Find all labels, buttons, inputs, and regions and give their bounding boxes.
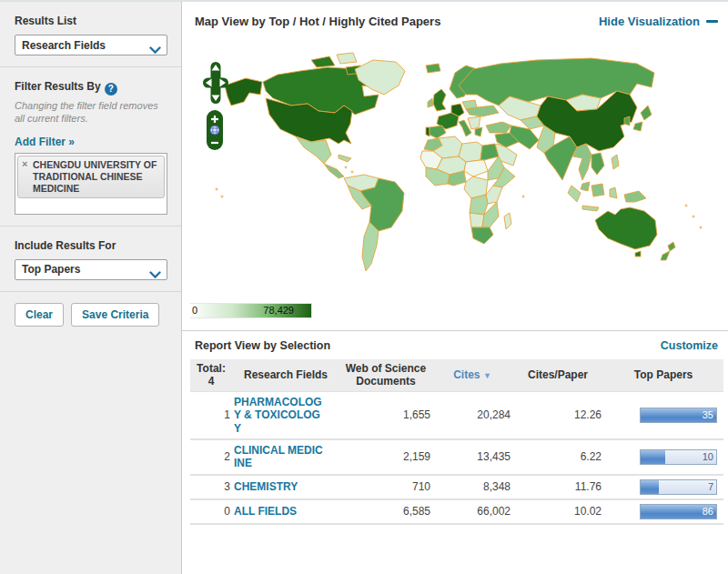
world-map-visualization: [182, 40, 728, 297]
table-row: 0 ALL FIELDS 6,585 66,002 10.02 86: [190, 499, 723, 524]
total-header: Total: 4: [190, 359, 232, 391]
world-map[interactable]: [209, 42, 714, 278]
top-papers-bar: 86: [640, 504, 717, 519]
top-papers-value: 86: [703, 506, 713, 517]
row-rank: 0: [190, 499, 232, 524]
filter-chip-label: CHENGDU UNIVERSITY OF TRADITIONAL CHINES…: [33, 159, 159, 195]
criteria-buttons: Clear Save Criteria: [0, 292, 181, 337]
top-papers-bar: 10: [640, 449, 717, 465]
map-country-australia: [595, 207, 657, 249]
table-row: 1 PHARMACOLOGY & TOXICOLOGY 1,655 20,284…: [190, 391, 723, 439]
column-top-papers: Top Papers: [603, 359, 723, 391]
results-list-dropdown[interactable]: Research Fields: [15, 35, 167, 55]
visualization-panel: Map View by Top / Hot / Highly Cited Pap…: [182, 2, 728, 574]
map-country-south-africa: [471, 227, 493, 244]
filter-sidebar: Results List Research Fields Filter Resu…: [0, 2, 182, 574]
cites-per-paper-value: 12.26: [512, 391, 603, 439]
cites-per-paper-value: 6.22: [512, 439, 603, 475]
clear-button[interactable]: Clear: [15, 303, 64, 327]
top-papers-value: 35: [703, 409, 713, 420]
map-country-japan: [641, 106, 652, 120]
research-field-link[interactable]: CLINICAL MEDICINE: [234, 444, 325, 470]
documents-value: 710: [339, 475, 432, 499]
active-filters-listbox: × CHENGDU UNIVERSITY OF TRADITIONAL CHIN…: [15, 153, 167, 215]
filter-note: Changing the filter field removes all cu…: [15, 99, 167, 126]
cites-value: 66,002: [432, 499, 512, 524]
filter-chip[interactable]: × CHENGDU UNIVERSITY OF TRADITIONAL CHIN…: [17, 156, 165, 198]
include-results-value: Top Papers: [15, 263, 80, 276]
map-view-title: Map View by Top / Hot / Highly Cited Pap…: [195, 15, 440, 28]
research-field-link[interactable]: CHEMISTRY: [234, 480, 325, 493]
globe-icon: [210, 126, 219, 135]
table-row: 3 CHEMISTRY 710 8,348 11.76 7: [190, 475, 723, 499]
top-papers-bar: 7: [640, 479, 717, 495]
column-cites-per-paper: Cites/Paper: [512, 359, 603, 391]
chevron-down-icon: [149, 42, 161, 58]
customize-link[interactable]: Customize: [661, 339, 718, 352]
filter-by-label: Filter Results By?: [15, 80, 167, 96]
include-results-label: Include Results For: [15, 239, 167, 252]
legend-min-value: 0: [192, 305, 197, 316]
table-row: 2 CLINICAL MEDICINE 2,159 13,435 6.22 10: [190, 439, 723, 475]
cites-per-paper-value: 11.76: [512, 475, 603, 499]
remove-filter-icon[interactable]: ×: [22, 158, 27, 169]
documents-value: 2,159: [339, 439, 432, 475]
top-papers-value: 7: [708, 481, 713, 492]
hide-visualization-link[interactable]: Hide Visualization: [599, 15, 718, 28]
filter-results-section: Filter Results By? Changing the filter f…: [0, 67, 181, 226]
map-country-iran: [510, 126, 539, 149]
include-results-section: Include Results For Top Papers: [0, 227, 181, 291]
map-country-spain: [430, 126, 446, 138]
research-field-link[interactable]: ALL FIELDS: [234, 505, 325, 518]
top-papers-value: 10: [703, 451, 713, 462]
map-country-new-zealand: [668, 242, 675, 251]
report-view-header: Report View by Selection Customize: [182, 330, 728, 359]
report-table: Total: 4 Research Fields Web of Science …: [190, 359, 723, 525]
map-country-uk: [433, 89, 446, 111]
column-wos-documents: Web of Science Documents: [339, 359, 432, 391]
report-view-title: Report View by Selection: [195, 339, 330, 352]
save-criteria-button[interactable]: Save Criteria: [71, 303, 159, 327]
minus-icon: [706, 20, 718, 23]
cites-per-paper-value: 10.02: [512, 499, 603, 524]
row-rank: 2: [190, 439, 232, 475]
top-papers-bar: 35: [640, 408, 717, 423]
documents-value: 1,655: [339, 391, 432, 439]
map-view-header: Map View by Top / Hot / Highly Cited Pap…: [182, 2, 728, 40]
cites-value: 8,348: [432, 475, 512, 499]
row-rank: 1: [190, 391, 232, 439]
cites-sort-link[interactable]: Cites ▼: [453, 368, 491, 381]
map-zoom-control[interactable]: [207, 110, 223, 154]
documents-value: 6,585: [339, 499, 432, 524]
chevron-down-icon: [149, 267, 161, 283]
include-results-dropdown[interactable]: Top Papers: [15, 259, 167, 280]
row-rank: 3: [190, 475, 232, 499]
map-country-egypt: [480, 144, 499, 160]
column-cites: Cites ▼: [432, 359, 512, 391]
column-research-fields: Research Fields: [232, 359, 339, 391]
cites-value: 13,435: [432, 439, 512, 475]
map-color-legend: 0 78,429: [190, 303, 312, 318]
research-field-link[interactable]: PHARMACOLOGY & TOXICOLOGY: [234, 396, 325, 435]
top-papers-bar-fill: [641, 450, 665, 464]
legend-max-value: 78,429: [263, 305, 294, 316]
table-header-row: Total: 4 Research Fields Web of Science …: [190, 359, 723, 391]
map-pan-control[interactable]: [203, 62, 228, 107]
top-papers-bar-fill: [641, 480, 659, 494]
map-country-alaska: [225, 78, 262, 106]
cites-value: 20,284: [432, 391, 512, 439]
help-icon[interactable]: ?: [105, 83, 117, 96]
results-list-label: Results List: [15, 15, 167, 27]
add-filter-link[interactable]: Add Filter »: [15, 136, 75, 148]
results-list-section: Results List Research Fields: [0, 2, 181, 66]
sort-descending-icon: ▼: [483, 371, 491, 380]
results-list-value: Research Fields: [15, 39, 106, 52]
